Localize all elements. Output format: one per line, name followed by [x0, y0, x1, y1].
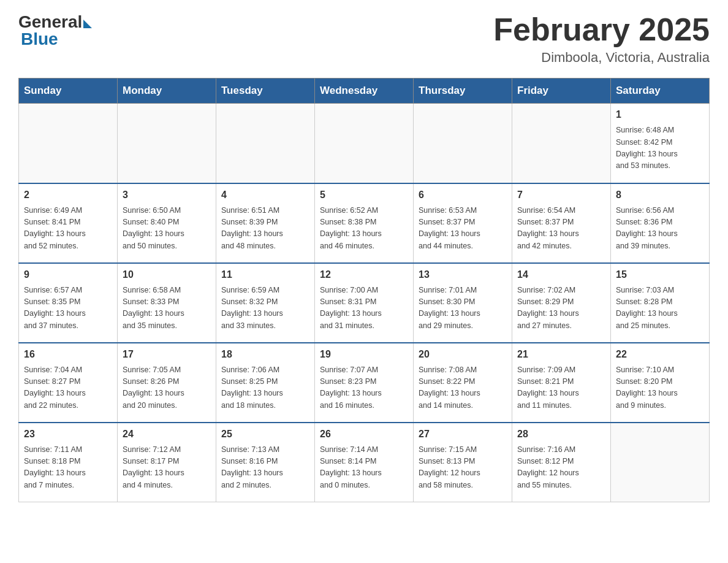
day-number: 23	[24, 427, 112, 442]
col-monday: Monday	[118, 79, 216, 104]
day-info: Sunrise: 6:52 AMSunset: 8:38 PMDaylight:…	[320, 205, 408, 253]
table-cell: 10Sunrise: 6:58 AMSunset: 8:33 PMDayligh…	[118, 263, 216, 343]
day-info: Sunrise: 6:59 AMSunset: 8:32 PMDaylight:…	[221, 285, 309, 332]
day-info: Sunrise: 7:09 AMSunset: 8:21 PMDaylight:…	[517, 364, 605, 412]
day-info: Sunrise: 7:15 AMSunset: 8:13 PMDaylight:…	[419, 444, 507, 492]
day-number: 14	[517, 267, 605, 282]
day-number: 17	[123, 347, 211, 362]
table-cell: 20Sunrise: 7:08 AMSunset: 8:22 PMDayligh…	[414, 343, 512, 423]
table-cell: 7Sunrise: 6:54 AMSunset: 8:37 PMDaylight…	[512, 183, 611, 263]
calendar-table: Sunday Monday Tuesday Wednesday Thursday…	[18, 78, 710, 502]
table-cell	[315, 104, 414, 183]
day-number: 2	[24, 188, 112, 202]
col-saturday: Saturday	[611, 79, 710, 104]
day-info: Sunrise: 6:51 AMSunset: 8:39 PMDaylight:…	[221, 205, 309, 253]
day-info: Sunrise: 7:04 AMSunset: 8:27 PMDaylight:…	[24, 364, 112, 412]
day-info: Sunrise: 7:13 AMSunset: 8:16 PMDaylight:…	[221, 444, 309, 492]
day-number: 13	[419, 267, 507, 282]
day-number: 10	[123, 267, 211, 282]
logo: General Blue	[18, 12, 92, 49]
table-cell	[19, 104, 118, 183]
logo-blue-text: Blue	[21, 29, 58, 49]
day-number: 16	[24, 347, 112, 362]
day-info: Sunrise: 7:14 AMSunset: 8:14 PMDaylight:…	[320, 444, 408, 492]
calendar-week-5: 23Sunrise: 7:11 AMSunset: 8:18 PMDayligh…	[19, 423, 710, 502]
calendar-week-2: 2Sunrise: 6:49 AMSunset: 8:41 PMDaylight…	[19, 183, 710, 263]
col-thursday: Thursday	[414, 79, 512, 104]
table-cell: 6Sunrise: 6:53 AMSunset: 8:37 PMDaylight…	[414, 183, 512, 263]
day-number: 28	[517, 427, 605, 442]
table-cell	[512, 104, 611, 183]
table-cell: 9Sunrise: 6:57 AMSunset: 8:35 PMDaylight…	[19, 263, 118, 343]
day-number: 4	[221, 188, 309, 202]
table-cell: 18Sunrise: 7:06 AMSunset: 8:25 PMDayligh…	[216, 343, 315, 423]
day-info: Sunrise: 7:08 AMSunset: 8:22 PMDaylight:…	[419, 364, 507, 412]
month-title: February 2025	[493, 12, 710, 47]
col-wednesday: Wednesday	[315, 79, 414, 104]
day-number: 24	[123, 427, 211, 442]
title-block: February 2025 Dimboola, Victoria, Austra…	[493, 12, 710, 66]
table-cell: 26Sunrise: 7:14 AMSunset: 8:14 PMDayligh…	[315, 423, 414, 502]
day-number: 6	[419, 188, 507, 202]
day-number: 3	[123, 188, 211, 202]
day-number: 1	[616, 107, 704, 122]
day-info: Sunrise: 7:03 AMSunset: 8:28 PMDaylight:…	[616, 285, 704, 332]
day-number: 27	[419, 427, 507, 442]
day-number: 9	[24, 267, 112, 282]
col-tuesday: Tuesday	[216, 79, 315, 104]
day-number: 19	[320, 347, 408, 362]
day-info: Sunrise: 6:50 AMSunset: 8:40 PMDaylight:…	[123, 205, 211, 253]
table-cell: 27Sunrise: 7:15 AMSunset: 8:13 PMDayligh…	[414, 423, 512, 502]
day-info: Sunrise: 7:00 AMSunset: 8:31 PMDaylight:…	[320, 285, 408, 332]
day-info: Sunrise: 7:07 AMSunset: 8:23 PMDaylight:…	[320, 364, 408, 412]
day-number: 5	[320, 188, 408, 202]
table-cell: 15Sunrise: 7:03 AMSunset: 8:28 PMDayligh…	[611, 263, 710, 343]
day-info: Sunrise: 6:54 AMSunset: 8:37 PMDaylight:…	[517, 205, 605, 253]
table-cell: 16Sunrise: 7:04 AMSunset: 8:27 PMDayligh…	[19, 343, 118, 423]
day-number: 7	[517, 188, 605, 202]
table-cell: 5Sunrise: 6:52 AMSunset: 8:38 PMDaylight…	[315, 183, 414, 263]
logo-arrow-icon	[83, 20, 92, 28]
page-header: General Blue February 2025 Dimboola, Vic…	[18, 12, 710, 66]
location-subtitle: Dimboola, Victoria, Australia	[493, 50, 710, 66]
day-number: 22	[616, 347, 704, 362]
day-number: 15	[616, 267, 704, 282]
day-info: Sunrise: 7:02 AMSunset: 8:29 PMDaylight:…	[517, 285, 605, 332]
table-cell: 11Sunrise: 6:59 AMSunset: 8:32 PMDayligh…	[216, 263, 315, 343]
day-number: 25	[221, 427, 309, 442]
day-info: Sunrise: 6:56 AMSunset: 8:36 PMDaylight:…	[616, 205, 704, 253]
calendar-header-row: Sunday Monday Tuesday Wednesday Thursday…	[19, 79, 710, 104]
table-cell: 8Sunrise: 6:56 AMSunset: 8:36 PMDaylight…	[611, 183, 710, 263]
day-info: Sunrise: 7:12 AMSunset: 8:17 PMDaylight:…	[123, 444, 211, 492]
day-number: 26	[320, 427, 408, 442]
table-cell: 13Sunrise: 7:01 AMSunset: 8:30 PMDayligh…	[414, 263, 512, 343]
table-cell: 17Sunrise: 7:05 AMSunset: 8:26 PMDayligh…	[118, 343, 216, 423]
day-info: Sunrise: 6:58 AMSunset: 8:33 PMDaylight:…	[123, 285, 211, 332]
day-info: Sunrise: 6:53 AMSunset: 8:37 PMDaylight:…	[419, 205, 507, 253]
day-number: 11	[221, 267, 309, 282]
table-cell: 2Sunrise: 6:49 AMSunset: 8:41 PMDaylight…	[19, 183, 118, 263]
calendar-week-3: 9Sunrise: 6:57 AMSunset: 8:35 PMDaylight…	[19, 263, 710, 343]
table-cell: 22Sunrise: 7:10 AMSunset: 8:20 PMDayligh…	[611, 343, 710, 423]
day-info: Sunrise: 6:48 AMSunset: 8:42 PMDaylight:…	[616, 124, 704, 172]
table-cell: 28Sunrise: 7:16 AMSunset: 8:12 PMDayligh…	[512, 423, 611, 502]
table-cell: 4Sunrise: 6:51 AMSunset: 8:39 PMDaylight…	[216, 183, 315, 263]
day-info: Sunrise: 7:01 AMSunset: 8:30 PMDaylight:…	[419, 285, 507, 332]
calendar-week-4: 16Sunrise: 7:04 AMSunset: 8:27 PMDayligh…	[19, 343, 710, 423]
day-number: 12	[320, 267, 408, 282]
calendar-week-1: 1Sunrise: 6:48 AMSunset: 8:42 PMDaylight…	[19, 104, 710, 183]
day-info: Sunrise: 6:49 AMSunset: 8:41 PMDaylight:…	[24, 205, 112, 253]
day-number: 18	[221, 347, 309, 362]
day-number: 8	[616, 188, 704, 202]
table-cell	[118, 104, 216, 183]
day-info: Sunrise: 7:16 AMSunset: 8:12 PMDaylight:…	[517, 444, 605, 492]
table-cell	[611, 423, 710, 502]
table-cell	[216, 104, 315, 183]
table-cell: 14Sunrise: 7:02 AMSunset: 8:29 PMDayligh…	[512, 263, 611, 343]
table-cell: 23Sunrise: 7:11 AMSunset: 8:18 PMDayligh…	[19, 423, 118, 502]
day-info: Sunrise: 6:57 AMSunset: 8:35 PMDaylight:…	[24, 285, 112, 332]
col-sunday: Sunday	[19, 79, 118, 104]
day-number: 20	[419, 347, 507, 362]
table-cell: 21Sunrise: 7:09 AMSunset: 8:21 PMDayligh…	[512, 343, 611, 423]
table-cell: 25Sunrise: 7:13 AMSunset: 8:16 PMDayligh…	[216, 423, 315, 502]
